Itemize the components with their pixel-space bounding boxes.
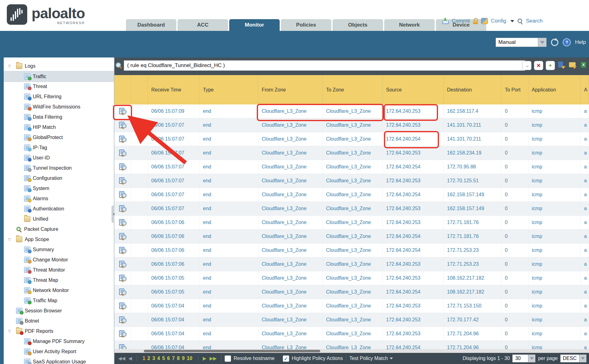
add-filter-button[interactable]: + (546, 61, 555, 70)
page-number-2[interactable]: 2 (148, 356, 150, 361)
cell-type[interactable]: end (200, 216, 258, 229)
cell-source[interactable]: 172.64.240.253 (383, 118, 444, 132)
cell-to-zone[interactable]: Cloudflare_L3_Zone (323, 299, 383, 313)
cell-from-zone[interactable]: Cloudflare_L3_Zone (258, 146, 323, 160)
cell-to-zone[interactable]: Cloudflare_L3_Zone (323, 202, 383, 215)
header-col-action[interactable]: A (581, 75, 589, 104)
refresh-icon[interactable] (551, 39, 558, 46)
cell-from-zone[interactable]: Cloudflare_L3_Zone (258, 104, 323, 118)
cell-from-zone[interactable]: Cloudflare_L3_Zone (258, 118, 323, 132)
log-detail-button[interactable] (114, 132, 131, 146)
cell-type[interactable]: end (200, 202, 258, 215)
cell-source[interactable]: 172.64.240.253 (383, 216, 444, 229)
cell-destination[interactable]: 162.158.157.149 (444, 188, 501, 201)
tab-monitor[interactable]: Monitor (229, 19, 280, 31)
cell-destination[interactable]: 172.71.253.23 (444, 243, 501, 257)
page-number-1[interactable]: 1 (143, 356, 145, 361)
log-detail-button[interactable] (114, 118, 131, 132)
table-row[interactable]: 06/06 15:07:07endCloudflare_L3_ZoneCloud… (114, 174, 589, 188)
tab-policies[interactable]: Policies (281, 19, 331, 31)
help-label[interactable]: Help (575, 39, 586, 45)
log-detail-icon[interactable] (119, 289, 127, 295)
log-detail-icon[interactable] (119, 261, 127, 268)
log-detail-button[interactable] (114, 216, 131, 229)
log-detail-icon[interactable] (119, 330, 127, 337)
cell-to-zone[interactable]: Cloudflare_L3_Zone (323, 216, 383, 229)
cell-destination[interactable]: 108.162.217.182 (444, 271, 501, 285)
cell-source[interactable]: 172.64.240.254 (383, 285, 444, 299)
log-detail-icon[interactable] (119, 275, 127, 281)
sidebar-item-hip-match[interactable]: HIP Match (4, 122, 114, 132)
cell-to-zone[interactable]: Cloudflare_L3_Zone (323, 257, 383, 271)
cell-receive-time[interactable]: 06/06 15:07:04 (148, 299, 200, 313)
help-icon[interactable]: ? (563, 38, 571, 46)
tab-acc[interactable]: ACC (178, 19, 228, 31)
log-detail-button[interactable] (114, 230, 131, 243)
cell-to-zone[interactable]: Cloudflare_L3_Zone (323, 313, 383, 327)
cell-to-zone[interactable]: Cloudflare_L3_Zone (323, 188, 383, 201)
table-row[interactable]: 06/06 15:07:07endCloudflare_L3_ZoneCloud… (114, 188, 589, 202)
last-page-button[interactable]: ▶▶ (209, 356, 217, 361)
log-detail-button[interactable] (114, 146, 131, 160)
cell-type[interactable]: end (200, 104, 258, 118)
cell-type[interactable]: end (200, 285, 258, 299)
cell-receive-time[interactable]: 06/06 15:07:07 (148, 202, 200, 215)
cell-destination[interactable]: 172.71.253.23 (444, 257, 501, 271)
page-number-5[interactable]: 5 (162, 356, 165, 361)
cell-from-zone[interactable]: Cloudflare_L3_Zone (258, 202, 323, 215)
cell-from-zone[interactable]: Cloudflare_L3_Zone (258, 188, 323, 201)
sidebar-item-threat-monitor[interactable]: Threat Monitor (4, 265, 114, 275)
cell-type[interactable]: end (200, 118, 258, 132)
cell-to-zone[interactable]: Cloudflare_L3_Zone (323, 146, 383, 160)
sidebar-item-data-filtering[interactable]: Data Filtering (4, 112, 114, 122)
log-detail-button[interactable] (114, 160, 131, 174)
sidebar-item-saas-application-usage[interactable]: SaaS Application Usage (4, 357, 114, 364)
cell-receive-time[interactable]: 06/06 15:07:05 (148, 285, 200, 299)
cell-receive-time[interactable]: 06/06 15:07:07 (148, 174, 200, 188)
cell-receive-time[interactable]: 06/06 15:07:06 (148, 230, 200, 243)
config-menu[interactable]: Config (491, 18, 506, 24)
page-number-4[interactable]: 4 (157, 356, 160, 361)
log-detail-icon[interactable] (119, 316, 127, 323)
log-detail-icon[interactable] (119, 177, 127, 184)
cell-source[interactable]: 172.64.240.253 (383, 146, 444, 160)
refresh-interval-select[interactable]: Manual (496, 38, 547, 47)
sidebar-item-pdf-reports[interactable]: ▽PDF Reports (4, 326, 114, 336)
search-button[interactable]: Search (526, 18, 543, 24)
sidebar-item-unified[interactable]: Unified (4, 214, 114, 224)
cell-receive-time[interactable]: 06/06 15:07:09 (148, 104, 200, 118)
highlight-policy-checkbox[interactable]: ✓ (283, 355, 289, 362)
log-detail-button[interactable] (114, 271, 131, 285)
log-detail-icon[interactable] (119, 219, 127, 226)
cell-type[interactable]: end (200, 146, 258, 160)
log-detail-button[interactable] (114, 285, 131, 299)
cell-type[interactable]: end (200, 243, 258, 257)
apply-filter-button[interactable]: → (522, 61, 531, 70)
cell-source[interactable]: 172.64.240.253 (383, 327, 444, 341)
export-csv-button[interactable]: X (580, 61, 588, 70)
cell-source[interactable]: 172.64.240.253 (383, 257, 444, 271)
log-detail-button[interactable] (114, 327, 131, 341)
cell-destination[interactable]: 172.71.204.96 (444, 327, 501, 341)
sidebar-item-manage-pdf-summary[interactable]: Manage PDF Summary (4, 336, 114, 346)
sidebar-item-session-browser[interactable]: Session Browser (4, 306, 114, 316)
cell-receive-time[interactable]: 06/06 15:07:06 (148, 257, 200, 271)
sidebar-item-logs[interactable]: ▽Logs (4, 61, 114, 71)
cell-receive-time[interactable]: 06/06 15:07:05 (148, 271, 200, 285)
sidebar-item-wildfire-submissions[interactable]: WildFire Submissions (4, 102, 114, 112)
log-detail-icon[interactable] (119, 122, 127, 129)
filter-builder-button[interactable] (557, 61, 566, 70)
cell-type[interactable]: end (200, 257, 258, 271)
cell-to-zone[interactable]: Cloudflare_L3_Zone (323, 271, 383, 285)
log-detail-icon[interactable] (119, 163, 127, 170)
cell-receive-time[interactable]: 06/06 15:07:06 (148, 216, 200, 229)
sidebar-item-network-monitor[interactable]: Network Monitor (4, 285, 114, 295)
sidebar-item-change-monitor[interactable]: Change Monitor (4, 255, 114, 265)
table-row[interactable]: 06/06 15:07:07endCloudflare_L3_ZoneCloud… (114, 132, 589, 146)
log-detail-icon[interactable] (119, 191, 127, 198)
cell-type[interactable]: end (200, 313, 258, 327)
table-row[interactable]: 06/06 15:07:06endCloudflare_L3_ZoneCloud… (114, 243, 589, 257)
cell-source[interactable]: 172.64.240.253 (383, 104, 444, 118)
first-page-button[interactable]: ◀◀ (118, 356, 125, 361)
sidebar-item-traffic[interactable]: Traffic (4, 71, 114, 82)
